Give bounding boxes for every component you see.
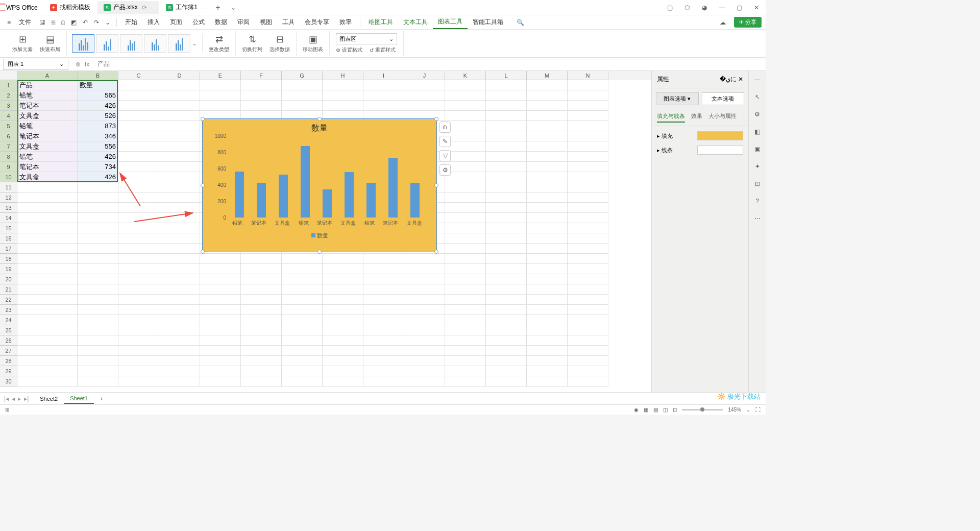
- save-icon[interactable]: 🖫: [36, 17, 48, 28]
- cell[interactable]: [323, 101, 363, 111]
- cell[interactable]: [200, 305, 241, 315]
- cell[interactable]: [159, 121, 200, 131]
- cell[interactable]: [323, 295, 363, 305]
- cell[interactable]: [323, 264, 363, 274]
- cell[interactable]: [527, 356, 568, 366]
- panel-tab-chart[interactable]: 图表选项 ▾: [656, 92, 699, 105]
- cell[interactable]: [445, 101, 486, 111]
- cell[interactable]: [282, 315, 323, 325]
- cell[interactable]: [527, 376, 568, 387]
- cell[interactable]: [159, 284, 200, 295]
- resize-handle[interactable]: [317, 117, 322, 121]
- menu-member[interactable]: 会员专享: [300, 16, 334, 29]
- subtab-fill[interactable]: 填充与线条: [657, 112, 685, 123]
- row-header[interactable]: 2: [0, 90, 17, 101]
- cell[interactable]: [159, 213, 200, 223]
- cell[interactable]: [404, 366, 445, 376]
- cell[interactable]: [486, 284, 527, 295]
- cell[interactable]: [568, 111, 608, 121]
- cell[interactable]: [17, 182, 78, 192]
- cell[interactable]: [445, 223, 486, 233]
- menu-formula[interactable]: 公式: [187, 16, 210, 29]
- cell[interactable]: [78, 376, 118, 387]
- cell[interactable]: [200, 325, 241, 335]
- preview-icon[interactable]: ◩: [68, 17, 80, 28]
- cell[interactable]: [527, 325, 568, 335]
- effects-tool-icon[interactable]: ✦: [752, 161, 763, 172]
- cell[interactable]: [527, 305, 568, 315]
- row-header[interactable]: 11: [0, 182, 17, 192]
- row-header[interactable]: 17: [0, 244, 17, 254]
- cell[interactable]: [78, 233, 118, 244]
- row-header[interactable]: 5: [0, 121, 17, 131]
- tab-workbook1[interactable]: S 工作簿1 ·: [160, 1, 209, 14]
- cell[interactable]: [445, 254, 486, 264]
- cell[interactable]: [404, 80, 445, 90]
- cell[interactable]: [527, 172, 568, 182]
- cell[interactable]: 产品: [17, 80, 78, 90]
- row-header[interactable]: 20: [0, 274, 17, 284]
- row-header[interactable]: 29: [0, 366, 17, 376]
- cell[interactable]: [568, 264, 608, 274]
- cell[interactable]: [486, 172, 527, 182]
- cell[interactable]: [486, 101, 527, 111]
- cell[interactable]: [363, 346, 404, 356]
- cell[interactable]: 556: [78, 141, 118, 152]
- bar[interactable]: [366, 183, 376, 218]
- cell[interactable]: [282, 254, 323, 264]
- cell[interactable]: [118, 111, 159, 121]
- cell[interactable]: [527, 366, 568, 376]
- cell[interactable]: [78, 274, 118, 284]
- cell[interactable]: [323, 335, 363, 346]
- cell[interactable]: [118, 376, 159, 387]
- cell[interactable]: [159, 192, 200, 203]
- change-type-button[interactable]: ⇄ 更改类型: [209, 34, 229, 53]
- cell[interactable]: [17, 295, 78, 305]
- cell[interactable]: [78, 346, 118, 356]
- cell[interactable]: [363, 305, 404, 315]
- resize-handle[interactable]: [434, 183, 438, 187]
- cell[interactable]: [118, 284, 159, 295]
- cell[interactable]: [404, 356, 445, 366]
- search-icon[interactable]: 🔍: [513, 17, 527, 28]
- fill-color-picker[interactable]: [697, 131, 743, 140]
- cell[interactable]: 笔记本: [17, 101, 78, 111]
- cell[interactable]: [282, 376, 323, 387]
- cell[interactable]: [486, 233, 527, 244]
- cell[interactable]: [241, 80, 282, 90]
- cell[interactable]: [118, 233, 159, 244]
- cell[interactable]: [486, 90, 527, 101]
- cell[interactable]: [568, 223, 608, 233]
- bar[interactable]: [323, 189, 332, 218]
- cell[interactable]: [159, 152, 200, 162]
- settings-tool-icon[interactable]: ⚙: [752, 109, 763, 120]
- resize-handle[interactable]: [317, 250, 322, 254]
- cell[interactable]: [200, 101, 241, 111]
- cell[interactable]: [200, 335, 241, 346]
- col-header[interactable]: G: [282, 71, 323, 80]
- cell[interactable]: [200, 366, 241, 376]
- line-style-picker[interactable]: [697, 146, 743, 155]
- cell[interactable]: 565: [78, 90, 118, 101]
- col-header[interactable]: J: [404, 71, 445, 80]
- col-header[interactable]: H: [323, 71, 363, 80]
- cell[interactable]: [78, 335, 118, 346]
- cell[interactable]: [159, 274, 200, 284]
- cell[interactable]: [363, 295, 404, 305]
- cell[interactable]: [78, 213, 118, 223]
- cell[interactable]: [527, 274, 568, 284]
- menu-insert[interactable]: 插入: [142, 16, 165, 29]
- cell[interactable]: [486, 315, 527, 325]
- cell[interactable]: [527, 213, 568, 223]
- bar[interactable]: [235, 172, 244, 218]
- cell[interactable]: [527, 254, 568, 264]
- row-header[interactable]: 14: [0, 213, 17, 223]
- cell[interactable]: [527, 90, 568, 101]
- col-header[interactable]: C: [118, 71, 159, 80]
- cell[interactable]: [404, 376, 445, 387]
- menu-icon[interactable]: ≡: [4, 17, 14, 28]
- resize-handle[interactable]: [434, 117, 438, 121]
- cell[interactable]: [404, 90, 445, 101]
- cell[interactable]: [118, 325, 159, 335]
- cell[interactable]: [363, 284, 404, 295]
